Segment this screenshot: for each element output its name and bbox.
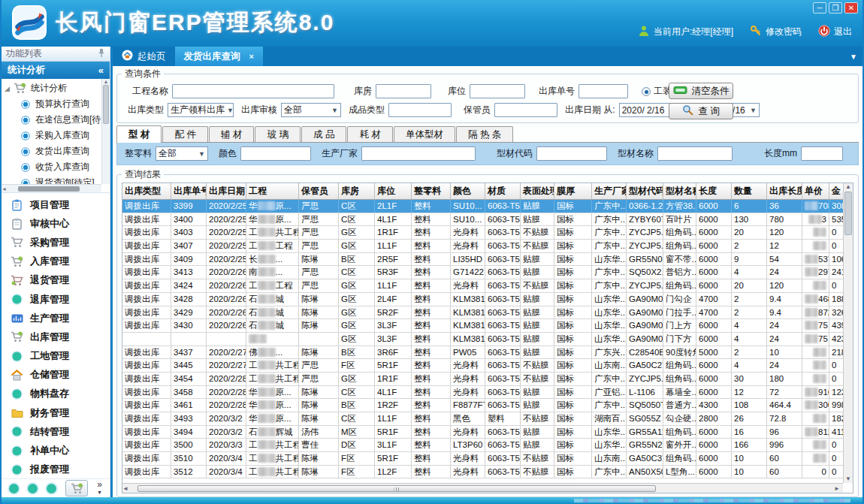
column-header[interactable]: 整零料	[412, 183, 451, 199]
minimize-button[interactable]: ─	[813, 2, 826, 14]
warehouse-input[interactable]	[376, 84, 431, 98]
clear-conditions-button[interactable]: 清空条件	[669, 83, 733, 99]
module-dot-icon[interactable]	[28, 484, 38, 493]
tab-close-icon[interactable]: ×	[249, 52, 254, 61]
table-row[interactable]: 调拨出库34242020/2/26工工程严思G区1L1F整料光身料6063-T5…	[122, 279, 843, 293]
column-header[interactable]: 保管员	[299, 183, 339, 199]
table-row[interactable]: 调拨出库35102020/3/4工共工程陈琳F区5R1F整料光身料6063-T5…	[122, 452, 843, 466]
sidebar-item-dot[interactable]: 结转管理	[2, 422, 110, 441]
close-button[interactable]: ✕	[844, 2, 858, 14]
order-no-input[interactable]	[579, 84, 628, 98]
sidebar-item-chart[interactable]: 生产管理	[2, 309, 110, 327]
material-tab[interactable]: 成 品	[301, 126, 346, 142]
keeper-input[interactable]	[494, 103, 557, 117]
table-row[interactable]: G区3L3F整料KLM38176063-T5贴膜国标山东华...GA90M09.…	[122, 333, 843, 346]
column-header[interactable]: 单价	[802, 183, 829, 199]
table-row[interactable]: 调拨出库34032020/2/25工共工程严思G区1R1F整料光身料6063-T…	[122, 226, 843, 240]
table-row[interactable]: 调拨出库34072020/2/25工工程严思G区1L1F整料光身料6063-T5…	[122, 240, 843, 253]
length-input[interactable]	[801, 146, 843, 161]
location-input[interactable]	[470, 84, 525, 98]
zhengling-select[interactable]: 全部▼	[156, 146, 208, 161]
material-tab[interactable]: 隔 热 条	[456, 126, 513, 142]
out-type-select[interactable]: 生产领料出库▼	[168, 103, 234, 117]
column-header[interactable]: 库位	[375, 183, 412, 199]
tab-home[interactable]: 起始页	[113, 47, 175, 66]
table-row[interactable]: 调拨出库33992020/2/25华原...严思C区2L1F整料SU10...6…	[122, 200, 843, 213]
material-tab[interactable]: 耗 材	[347, 126, 392, 142]
sidebar-item-folder[interactable]: 财务管理	[2, 403, 110, 422]
tree-item[interactable]: 采购入库查询	[5, 128, 110, 143]
table-row[interactable]: 调拨出库34002020/2/25华原...严思C区4L1F整料SU10...6…	[122, 213, 843, 227]
material-tab[interactable]: 配 件	[162, 126, 207, 142]
table-horizontal-scrollbar[interactable]: ◄►	[122, 483, 843, 493]
table-row[interactable]: 调拨出库34132020/2/26南...严思C区5R3F整料G71422606…	[122, 266, 843, 279]
tree-item[interactable]: 在途信息查询[待	[5, 112, 110, 128]
code-input[interactable]	[536, 146, 607, 161]
factory-input[interactable]	[361, 146, 476, 161]
table-row[interactable]: 调拨出库34302020/2/26石城陈琳G区3L3F整料KLM38176063…	[122, 319, 843, 333]
project-name-input[interactable]	[172, 84, 334, 98]
sidebar-item-dot[interactable]: 工地管理	[2, 347, 110, 366]
table-row[interactable]: 调拨出库34092020/2/25长...陈琳B区2R5F整料LI35HD606…	[122, 253, 843, 267]
tree-item[interactable]: 发货出库查询	[5, 143, 110, 159]
sidebar-item-home[interactable]: 仓储管理	[2, 366, 110, 385]
table-row[interactable]: 调拨出库35002020/3/3工共工程曹佳D区3L1F整料LT3P606063…	[122, 439, 843, 452]
sidebar-item-cart2[interactable]: 入库管理	[2, 252, 110, 271]
column-header[interactable]: 库房	[339, 183, 375, 199]
collapse-button[interactable]: «	[98, 65, 104, 76]
table-row[interactable]: 调拨出库34942020/3/2石辉城汤伟M区5R1F整料光身料6063-T5贴…	[122, 426, 843, 439]
column-header[interactable]: 数量	[732, 183, 767, 199]
table-vertical-scrollbar[interactable]: ▲▼	[843, 183, 853, 483]
column-header[interactable]: 材质	[485, 183, 521, 199]
cart-module-button[interactable]	[65, 480, 88, 496]
table-row[interactable]: 调拨出库34452020/2/27工共工程严思F区5R1F整料光身料6063-T…	[122, 359, 843, 373]
sidebar-item-dot[interactable]: 物料盘存	[2, 385, 110, 403]
sidebar-item-clipboard[interactable]: 项目管理	[2, 195, 110, 214]
table-row[interactable]: 调拨出库34282020/2/26石城陈琳G区2L4F整料KLM38176063…	[122, 293, 843, 306]
module-dot-icon[interactable]	[47, 484, 56, 493]
name-input[interactable]	[657, 146, 733, 161]
column-header[interactable]: 表面处理	[521, 183, 554, 199]
column-header[interactable]: 膜厚	[554, 183, 592, 199]
column-header[interactable]: 型材代码	[627, 183, 663, 199]
tree-horizontal-scrollbar[interactable]: ◄	[2, 184, 101, 192]
column-header[interactable]: 出库长度	[767, 183, 802, 199]
logout-button[interactable]: 退出	[818, 25, 852, 39]
material-tab[interactable]: 型 材	[116, 125, 162, 143]
tree-item[interactable]: 收货入库查询	[5, 159, 110, 175]
change-password-button[interactable]: 修改密码	[750, 25, 802, 39]
sidebar-item-cart[interactable]: 采购管理	[2, 233, 110, 252]
table-row[interactable]: 调拨出库34292020/2/26石城陈琳G区5R2F整料KLM38176063…	[122, 306, 843, 320]
radio-gongzhuang[interactable]: 工装	[642, 85, 672, 98]
column-header[interactable]: 出库类型	[122, 183, 171, 199]
search-button[interactable]: 查 询	[669, 103, 733, 119]
module-dot-icon[interactable]	[9, 484, 19, 493]
sidebar-item-cart3[interactable]: 退货管理	[2, 271, 110, 290]
table-row[interactable]: 调拨出库34612020/2/28华原...陈琳B区1R2F整料F8877FT6…	[122, 399, 843, 412]
column-header[interactable]: 型材名称	[663, 183, 696, 199]
tree-vertical-scrollbar[interactable]: ▲	[101, 79, 110, 184]
audit-select[interactable]: 全部▼	[281, 103, 341, 117]
tab-delivery-outbound-query[interactable]: 发货出库查询 ×	[175, 47, 263, 66]
color-input[interactable]	[240, 146, 311, 161]
table-row[interactable]: 调拨出库34932020/3/2华原...陈琳C区1L1F整料黑色塑料不贴膜国标…	[122, 412, 843, 426]
product-type-input[interactable]	[388, 103, 452, 117]
table-row[interactable]: 调拨出库34582020/2/28华原...陈琳C区4L1F整料光身料6063-…	[122, 386, 843, 400]
column-header[interactable]: 出库单号	[171, 183, 207, 199]
sidebar-item-dot[interactable]: 报废管理	[2, 460, 110, 478]
table-row[interactable]: 调拨出库34542020/2/28工共工程严思G区1R1F整料光身料6063-T…	[122, 373, 843, 386]
tree-item[interactable]: 预算执行查询	[5, 96, 110, 112]
column-header[interactable]: 生产厂家	[592, 183, 627, 199]
maximize-button[interactable]: ❐	[829, 2, 842, 14]
tree-root-statistics[interactable]: ◢统计分析	[5, 80, 110, 96]
tab-list-caret-icon[interactable]: ▼	[850, 53, 857, 61]
table-row[interactable]: 调拨出库35122020/3/4工共工程陈琳F区1L2F整料光身料6063-T5…	[122, 466, 843, 479]
pin-icon[interactable]	[98, 48, 105, 60]
sidebar-item-dot[interactable]: 补单中心	[2, 441, 110, 460]
sidebar-item-cart2[interactable]: 出库管理	[2, 327, 110, 346]
material-tab[interactable]: 辅 材	[209, 126, 254, 142]
column-header[interactable]: 颜色	[451, 183, 485, 199]
column-header[interactable]: 出库日期	[207, 183, 246, 199]
sidebar-item-clipboard2[interactable]: 审核中心	[2, 214, 110, 233]
material-tab[interactable]: 玻 璃	[255, 126, 300, 142]
